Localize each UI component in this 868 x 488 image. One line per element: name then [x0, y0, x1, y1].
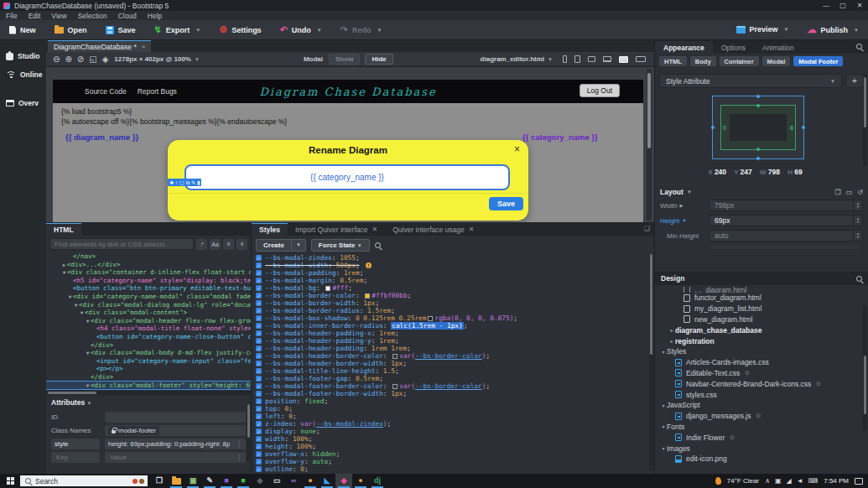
minimize-button[interactable]: —: [818, 0, 834, 11]
rule-checkbox[interactable]: ✓: [256, 308, 262, 314]
css-rule[interactable]: ✓--bs-modal-header-padding-x: 1rem;: [256, 330, 647, 337]
copy-styles-icon[interactable]: ❐: [835, 189, 841, 196]
html-tree-node[interactable]: <p></p>: [46, 365, 251, 373]
regex-search-icon[interactable]: .*: [196, 239, 207, 250]
rule-checkbox[interactable]: ✓: [256, 353, 262, 359]
arrow-up-icon[interactable]: ↑: [175, 180, 178, 185]
css-rule[interactable]: ✓--bs-modal-footer-gap: 0.5rem;: [256, 375, 647, 382]
css-rule[interactable]: ✓--bs-modal-bg: #fff;: [256, 284, 647, 292]
delete-icon[interactable]: ▮: [197, 180, 200, 185]
task-view-taskbar-button[interactable]: ❐: [151, 474, 168, 488]
menu-help[interactable]: Help: [148, 12, 162, 20]
menu-view[interactable]: View: [51, 12, 66, 20]
visual-studio-taskbar-button[interactable]: ∞: [285, 474, 302, 488]
rule-checkbox[interactable]: ✓: [256, 376, 262, 382]
html-tree-node[interactable]: ▼<div class="modal-body d-md-flex justif…: [46, 349, 251, 357]
padding-top-handle[interactable]: [756, 104, 760, 107]
breadcrumb-modal-footer[interactable]: Modal Footer: [793, 56, 843, 66]
design-item-articles-cards-images-css[interactable]: Articles-Cards-images.css: [655, 357, 861, 368]
html-tree-node[interactable]: ▶<div>...</div>: [46, 261, 251, 269]
layout-section-header[interactable]: Layout▼ ❐ ▭ ↺: [655, 188, 868, 196]
close-button[interactable]: ✕: [851, 0, 868, 11]
device-tablet-landscape-icon[interactable]: [588, 56, 595, 62]
visibility-eye-icon[interactable]: ⊙: [745, 370, 750, 376]
css-rule[interactable]: ✓--bs-modal-header-padding-y: 1rem;: [256, 337, 647, 345]
settings-button[interactable]: ⚙Settings: [210, 20, 270, 39]
html-tree-node[interactable]: ▼<div class="modal-dialog modal-lg" role…: [46, 301, 251, 309]
rule-checkbox[interactable]: ✓: [256, 466, 262, 472]
rule-checkbox[interactable]: ✓: [256, 255, 262, 261]
rule-checkbox[interactable]: ✓: [256, 345, 262, 351]
margin-box[interactable]: 0 8: [712, 96, 804, 159]
css-rule[interactable]: ✓--bs-modal-header-padding: 1rem 1rem;: [256, 345, 647, 352]
css-rule[interactable]: ✓overflow-y: auto;: [256, 458, 647, 465]
css-rule[interactable]: ✓--bs-modal-width: 500px;!: [256, 262, 647, 269]
modal-close-icon[interactable]: ×: [514, 143, 520, 155]
css-rule[interactable]: ✓--bs-modal-header-border-color: var(--b…: [256, 352, 647, 360]
rule-checkbox[interactable]: ✓: [256, 383, 262, 389]
css-rule[interactable]: ✓z-index: var(--bs-modal-zindex);: [256, 420, 647, 428]
hidden-icons-chevron[interactable]: ∧: [765, 477, 770, 485]
bootstrap-studio-taskbar-button[interactable]: ◆: [335, 474, 352, 488]
nav-link-source-code[interactable]: Source Code: [85, 87, 127, 96]
tree-arrow-icon[interactable]: ▸: [668, 327, 675, 333]
padding-bottom-handle[interactable]: [756, 148, 760, 151]
html-tree-node[interactable]: ▼<div class="modal-content">: [46, 309, 251, 317]
page-file-selector[interactable]: diagram_editor.html: [481, 55, 544, 63]
html-tree-node[interactable]: </nav>: [46, 252, 251, 261]
height-input[interactable]: 69px▲▼: [709, 215, 863, 226]
css-rule[interactable]: ✓--bs-modal-border-width: 1px;: [256, 299, 647, 307]
tree-arrow-icon[interactable]: ▾: [660, 349, 667, 355]
collapse-icon[interactable]: ▼: [85, 382, 91, 390]
modal-hide-button[interactable]: Hide: [365, 54, 392, 65]
rule-checkbox[interactable]: ✓: [256, 421, 262, 427]
start-button[interactable]: [0, 474, 20, 488]
touch-keyboard-icon[interactable]: ⌨: [808, 477, 819, 485]
disable-styles-icon[interactable]: ⊘: [77, 55, 84, 64]
rule-checkbox[interactable]: ✓: [256, 368, 262, 374]
class-names-field[interactable]: modal-footer: [105, 425, 246, 436]
breadcrumb-body[interactable]: Body: [690, 56, 716, 66]
styles-tab-import-quiver-interface[interactable]: Import Quiver interface✕: [288, 223, 385, 236]
tree-arrow-icon[interactable]: ▾: [660, 423, 667, 429]
css-rule[interactable]: ✓outline: 0;: [256, 465, 647, 473]
rule-checkbox[interactable]: ✓: [256, 391, 262, 397]
html-search-input[interactable]: [49, 238, 194, 250]
rule-checkbox[interactable]: ✓: [256, 459, 262, 465]
collapse-icon[interactable]: ▼: [79, 309, 85, 317]
padding-box[interactable]: 0 8: [720, 105, 796, 150]
undo-button[interactable]: ↶Undo▼: [271, 20, 331, 39]
design-scrollbar[interactable]: [863, 305, 867, 431]
menu-selection[interactable]: Selection: [78, 12, 107, 20]
breadcrumb-container[interactable]: Container: [720, 56, 759, 66]
create-style-button[interactable]: Create▼: [256, 239, 306, 252]
html-tree-node[interactable]: ▼<div class="modal-footer" style="height…: [46, 382, 251, 390]
grid-icon[interactable]: ▢: [179, 180, 185, 185]
expand-icon[interactable]: ▶: [61, 261, 67, 269]
menu-edit[interactable]: Edit: [29, 12, 41, 20]
stepper-icon[interactable]: ▲▼: [853, 200, 862, 210]
chrome-taskbar-button[interactable]: ●: [302, 474, 319, 488]
sidebar-item-studio[interactable]: Studio: [0, 47, 46, 65]
collapse-icon[interactable]: ▼: [67, 293, 73, 301]
design-item-registration[interactable]: ▸registration: [655, 335, 861, 346]
terminal-taskbar-button[interactable]: ▭: [268, 474, 285, 488]
style-attribute-dropdown[interactable]: Style Attribute▼: [659, 74, 842, 88]
css-rule[interactable]: ✓--bs-modal-border-color: #ffbf00bb;: [256, 292, 647, 299]
visibility-eye-icon[interactable]: ⊙: [730, 434, 735, 441]
edit-icon[interactable]: ✎: [191, 180, 195, 185]
search-next-icon[interactable]: ∨: [236, 239, 247, 250]
css-rule[interactable]: ✓width: 100%;: [256, 435, 647, 443]
design-item-my-diagram-list-html[interactable]: my_diagram_list.html: [655, 304, 861, 314]
margin-top-handle[interactable]: [756, 95, 760, 98]
styles-search-icon[interactable]: [375, 242, 381, 248]
tree-arrow-icon[interactable]: ▾: [660, 402, 667, 408]
stepper-icon[interactable]: ▲▼: [853, 231, 862, 241]
css-rule[interactable]: ✓left: 0;: [256, 413, 647, 420]
modal-save-button[interactable]: Save: [489, 197, 523, 210]
network-icon[interactable]: ◢: [787, 477, 792, 485]
more-options-icon[interactable]: ⋮: [236, 454, 242, 461]
html-tree-node[interactable]: <button class="btn btn-primary editable-…: [46, 284, 251, 293]
design-item-indie-flower[interactable]: Indie Flower⊙: [655, 432, 861, 443]
modal-show-button[interactable]: Show: [329, 54, 360, 65]
